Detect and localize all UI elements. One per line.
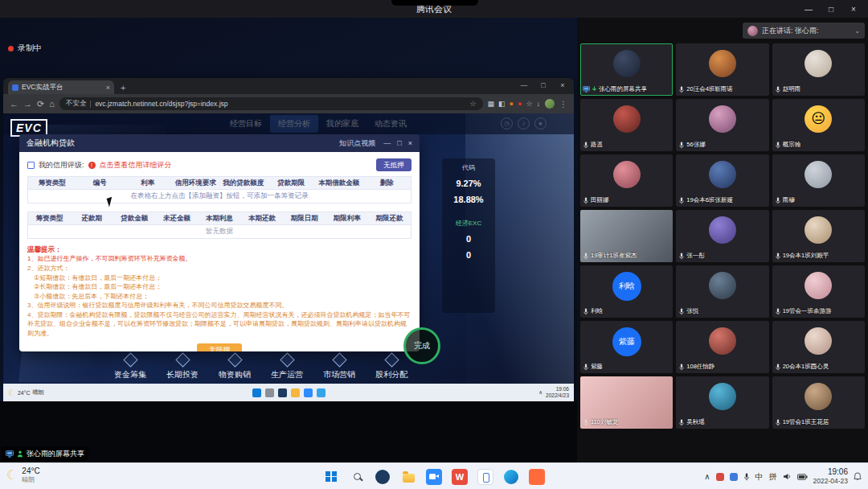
- taskbar-file-explorer-icon[interactable]: [399, 467, 418, 487]
- participant-tile[interactable]: 张一彤: [676, 210, 768, 262]
- shared-task-view-button-icon[interactable]: [278, 388, 287, 397]
- browser-window: EVC实战平台 × + — □ × ← → ⟳ ⌂ 不安: [3, 78, 574, 384]
- evc-bottom-nav-item[interactable]: 生产运营: [263, 355, 311, 380]
- home-icon[interactable]: ⌂: [49, 99, 55, 109]
- dialog-close-icon[interactable]: ×: [408, 139, 412, 147]
- evc-bottom-nav-item[interactable]: 物资购销: [211, 355, 259, 380]
- evc-bottom-nav-item[interactable]: 长期投资: [158, 355, 207, 380]
- url-text[interactable]: evc.jzmatch.netinnet.cn/dsjsp?jsp=index.…: [95, 100, 465, 108]
- minimize-button[interactable]: —: [797, 0, 820, 18]
- taskbar-app-orange-icon[interactable]: [527, 467, 547, 487]
- participant-tile[interactable]: 😐概宗翰: [772, 99, 865, 151]
- participant-tile[interactable]: 20汪会4班靳雨诺: [676, 43, 768, 96]
- browser-minimize-button[interactable]: —: [514, 78, 534, 92]
- participant-tile[interactable]: 19审计1班崔紫杰: [580, 210, 673, 262]
- shared-search-button-icon[interactable]: [265, 388, 274, 397]
- browser-close-button[interactable]: ×: [553, 78, 572, 92]
- shared-start-button-icon[interactable]: [252, 388, 261, 397]
- period-status-badge[interactable]: 完成: [403, 327, 440, 364]
- ext-orange-icon[interactable]: ●: [510, 100, 514, 108]
- participant-tile[interactable]: 吴秋瑶: [676, 376, 768, 429]
- taskbar-edge-icon[interactable]: [502, 467, 521, 487]
- knowledge-video-link[interactable]: 知识点视频: [339, 138, 375, 149]
- profile-avatar[interactable]: [545, 99, 555, 109]
- maximize-button[interactable]: □: [820, 0, 842, 18]
- close-button[interactable]: ×: [842, 0, 865, 18]
- back-icon[interactable]: ←: [10, 99, 18, 109]
- participant-tile[interactable]: 雨穆: [772, 154, 865, 207]
- collateral-button[interactable]: 无抵押: [376, 158, 411, 171]
- participant-tile[interactable]: 19会本1班刘殿平: [772, 210, 865, 262]
- dialog-minimize-icon[interactable]: —: [383, 139, 391, 147]
- add-financing-hint: 在表格右上方点击【添加融资】按钮，可添加一条筹资记录: [27, 190, 411, 203]
- participant-tile[interactable]: 张心雨的屏幕共享: [580, 43, 673, 96]
- bookmark-star-icon[interactable]: ☆: [526, 100, 532, 108]
- dialog-maximize-icon[interactable]: □: [397, 139, 401, 147]
- meeting-window-controls: — □ ×: [797, 0, 865, 18]
- avatar: 😐: [805, 105, 832, 133]
- participant-tile[interactable]: 110刘敏龙: [580, 376, 673, 429]
- clock[interactable]: 19:06 2022-04-23: [813, 467, 848, 486]
- taskbar-start-icon[interactable]: [321, 467, 341, 487]
- participant-tile[interactable]: 田丽娜: [580, 154, 673, 207]
- tray-app-icon[interactable]: [716, 473, 724, 481]
- refresh-icon[interactable]: ⟳: [37, 99, 44, 109]
- browser-menu-icon[interactable]: ⋮: [559, 100, 567, 109]
- confirm-button[interactable]: 无抵押: [197, 343, 242, 351]
- mic-icon[interactable]: [743, 473, 750, 481]
- recording-indicator: 录制中: [8, 43, 42, 54]
- participant-tile[interactable]: 56张娜: [676, 99, 768, 151]
- participant-label: 19管会1班王花居: [775, 418, 862, 426]
- browser-maximize-button[interactable]: □: [534, 78, 553, 92]
- speaking-indicator[interactable]: 正在讲话: 张心雨: ⌄: [743, 23, 865, 39]
- taskbar-task-view-icon[interactable]: [373, 467, 392, 487]
- participant-tile[interactable]: 19会本6班张新娅: [676, 154, 768, 207]
- ext-red-icon[interactable]: ●: [518, 100, 522, 108]
- participant-tile[interactable]: 紫藤紫藤: [580, 321, 673, 373]
- ime-pinyin-indicator[interactable]: 拼: [769, 471, 777, 483]
- address-bar[interactable]: 不安全 evc.jzmatch.netinnet.cn/dsjsp?jsp=in…: [59, 97, 483, 110]
- tray-chevron-icon[interactable]: ∧: [704, 472, 710, 481]
- bookmark-star-icon[interactable]: ☆: [469, 100, 476, 108]
- taskbar-tencent-meeting-icon[interactable]: [424, 467, 444, 487]
- notification-bell-icon[interactable]: [854, 472, 862, 481]
- credit-detail-link[interactable]: 点击查看信用详细评分: [100, 160, 172, 171]
- extensions-icon[interactable]: ▦: [488, 100, 495, 108]
- shared-edge-browser-icon[interactable]: [317, 388, 326, 397]
- forward-icon[interactable]: →: [23, 99, 32, 109]
- taskbar-phone-link-icon[interactable]: [476, 467, 495, 487]
- ime-language-indicator[interactable]: 中: [755, 471, 764, 483]
- shared-file-explorer-icon[interactable]: [291, 388, 300, 397]
- participant-tile[interactable]: 张悦: [676, 265, 768, 318]
- participant-tile[interactable]: 19管会1班王花居: [772, 376, 865, 429]
- participant-tile[interactable]: 20会本1班酉心灵: [772, 321, 865, 373]
- participant-label: 20会本1班酉心灵: [775, 363, 862, 371]
- evc-bottom-nav-label: 生产运营: [271, 369, 303, 380]
- evc-bottom-nav-item[interactable]: 市场营销: [315, 355, 363, 380]
- shared-screen-area: 录制中 EVC实战平台 × + — □ ×: [0, 18, 577, 462]
- participant-tile[interactable]: 利晗利晗: [580, 265, 673, 318]
- participant-name: 56张娜: [686, 141, 705, 149]
- participant-tile[interactable]: 108任怡静: [676, 321, 768, 373]
- participant-tile[interactable]: 路遥: [580, 99, 673, 151]
- shared-tencent-meeting-icon[interactable]: [304, 388, 313, 397]
- sidebar-icon[interactable]: ◧: [498, 100, 506, 108]
- mic-icon: [775, 364, 781, 371]
- downloads-icon[interactable]: ↓: [537, 100, 541, 108]
- taskbar-search-icon[interactable]: [347, 467, 366, 487]
- speaker-icon[interactable]: [783, 473, 792, 480]
- battery-icon[interactable]: [797, 474, 808, 480]
- security-label[interactable]: 不安全: [66, 99, 87, 109]
- participant-tile[interactable]: 19管会一班余游游: [772, 265, 865, 318]
- mic-icon: [583, 253, 589, 260]
- new-tab-button[interactable]: +: [121, 83, 125, 94]
- taskbar-wps-office-icon[interactable]: W: [450, 467, 469, 487]
- participant-name: 20会本1班酉心灵: [783, 363, 829, 371]
- evc-bottom-nav-item[interactable]: 资金筹集: [106, 355, 154, 380]
- participant-tile[interactable]: 赵明雨: [772, 43, 865, 96]
- mic-icon: [583, 419, 589, 426]
- participant-name: 张悦: [686, 307, 698, 315]
- browser-tab[interactable]: EVC实战平台 ×: [8, 80, 114, 94]
- tray-app-icon[interactable]: [730, 473, 738, 481]
- tab-close-icon[interactable]: ×: [106, 84, 110, 92]
